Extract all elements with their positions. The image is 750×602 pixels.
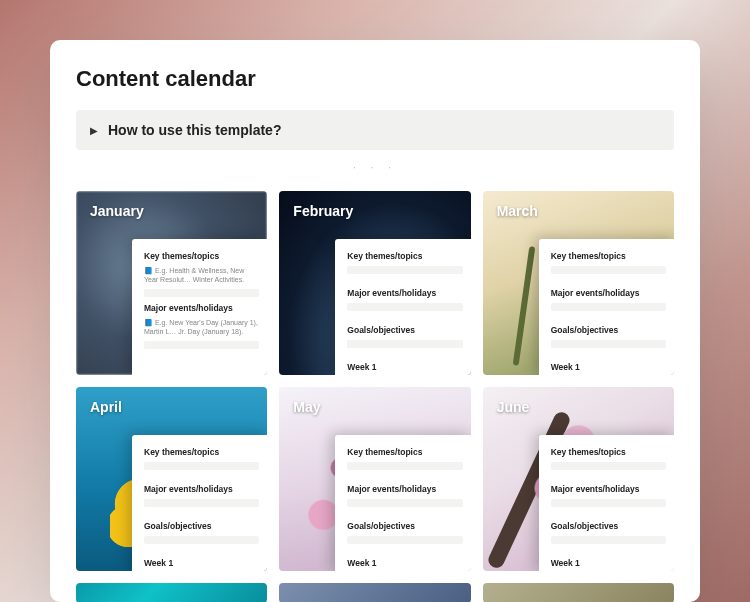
placeholder-line bbox=[347, 266, 462, 274]
section-key-themes: Key themes/topics bbox=[347, 447, 462, 457]
placeholder-line bbox=[551, 536, 666, 544]
section-week1: Week 1 bbox=[144, 558, 259, 568]
month-card-april[interactable]: April Key themes/topics Major events/hol… bbox=[76, 387, 267, 571]
month-card-next[interactable] bbox=[76, 583, 267, 602]
placeholder-line bbox=[551, 266, 666, 274]
placeholder-line bbox=[551, 340, 666, 348]
placeholder-line bbox=[144, 289, 259, 297]
placeholder-line bbox=[347, 340, 462, 348]
month-panel: Key themes/topics 📘 E.g. Health & Wellne… bbox=[132, 239, 267, 375]
section-events: Major events/holidays bbox=[144, 303, 259, 313]
section-week1: Week 1 bbox=[347, 362, 462, 372]
month-panel: Key themes/topics Major events/holidays … bbox=[335, 435, 470, 571]
placeholder-line bbox=[144, 462, 259, 470]
month-panel: Key themes/topics Major events/holidays … bbox=[539, 239, 674, 375]
month-card-next[interactable] bbox=[279, 583, 470, 602]
month-card-february[interactable]: February Key themes/topics Major events/… bbox=[279, 191, 470, 375]
placeholder-line bbox=[551, 499, 666, 507]
placeholder-line bbox=[144, 499, 259, 507]
section-week1: Week 1 bbox=[347, 558, 462, 568]
placeholder-line bbox=[551, 303, 666, 311]
section-key-themes: Key themes/topics bbox=[551, 447, 666, 457]
placeholder-line bbox=[144, 341, 259, 349]
section-events: Major events/holidays bbox=[551, 484, 666, 494]
month-label: April bbox=[90, 399, 122, 415]
month-card-may[interactable]: May Key themes/topics Major events/holid… bbox=[279, 387, 470, 571]
placeholder-line bbox=[347, 462, 462, 470]
month-panel: Key themes/topics Major events/holidays … bbox=[132, 435, 267, 571]
section-key-themes: Key themes/topics bbox=[144, 447, 259, 457]
page-title: Content calendar bbox=[76, 66, 674, 92]
section-week1: Week 1 bbox=[551, 362, 666, 372]
month-card-march[interactable]: March Key themes/topics Major events/hol… bbox=[483, 191, 674, 375]
month-label: May bbox=[293, 399, 320, 415]
month-card-january[interactable]: January Key themes/topics 📘 E.g. Health … bbox=[76, 191, 267, 375]
callout-text: How to use this template? bbox=[108, 122, 281, 138]
month-card-june[interactable]: June Key themes/topics Major events/holi… bbox=[483, 387, 674, 571]
divider-dots: · · · bbox=[76, 162, 674, 173]
placeholder-line bbox=[347, 303, 462, 311]
placeholder-line bbox=[144, 536, 259, 544]
month-cover-image bbox=[76, 583, 267, 602]
section-events: Major events/holidays bbox=[347, 288, 462, 298]
section-week1: Week 1 bbox=[551, 558, 666, 568]
events-note: 📘 E.g. New Year's Day (January 1), Marti… bbox=[144, 318, 259, 337]
placeholder-line bbox=[347, 499, 462, 507]
section-events: Major events/holidays bbox=[144, 484, 259, 494]
section-key-themes: Key themes/topics bbox=[347, 251, 462, 261]
chevron-right-icon: ▶ bbox=[90, 125, 98, 136]
month-cover-image bbox=[483, 583, 674, 602]
month-grid: January Key themes/topics 📘 E.g. Health … bbox=[76, 191, 674, 602]
month-label: January bbox=[90, 203, 144, 219]
themes-note: 📘 E.g. Health & Wellness, New Year Resol… bbox=[144, 266, 259, 285]
month-cover-image bbox=[279, 583, 470, 602]
month-panel: Key themes/topics Major events/holidays … bbox=[539, 435, 674, 571]
section-goals: Goals/objectives bbox=[551, 521, 666, 531]
section-key-themes: Key themes/topics bbox=[551, 251, 666, 261]
section-events: Major events/holidays bbox=[347, 484, 462, 494]
month-label: June bbox=[497, 399, 530, 415]
section-goals: Goals/objectives bbox=[144, 521, 259, 531]
month-label: February bbox=[293, 203, 353, 219]
how-to-use-toggle[interactable]: ▶ How to use this template? bbox=[76, 110, 674, 150]
month-card-next[interactable] bbox=[483, 583, 674, 602]
section-goals: Goals/objectives bbox=[347, 325, 462, 335]
placeholder-line bbox=[347, 536, 462, 544]
section-goals: Goals/objectives bbox=[551, 325, 666, 335]
month-panel: Key themes/topics Major events/holidays … bbox=[335, 239, 470, 375]
section-events: Major events/holidays bbox=[551, 288, 666, 298]
page-container: Content calendar ▶ How to use this templ… bbox=[50, 40, 700, 602]
month-label: March bbox=[497, 203, 538, 219]
section-key-themes: Key themes/topics bbox=[144, 251, 259, 261]
placeholder-line bbox=[551, 462, 666, 470]
section-goals: Goals/objectives bbox=[347, 521, 462, 531]
